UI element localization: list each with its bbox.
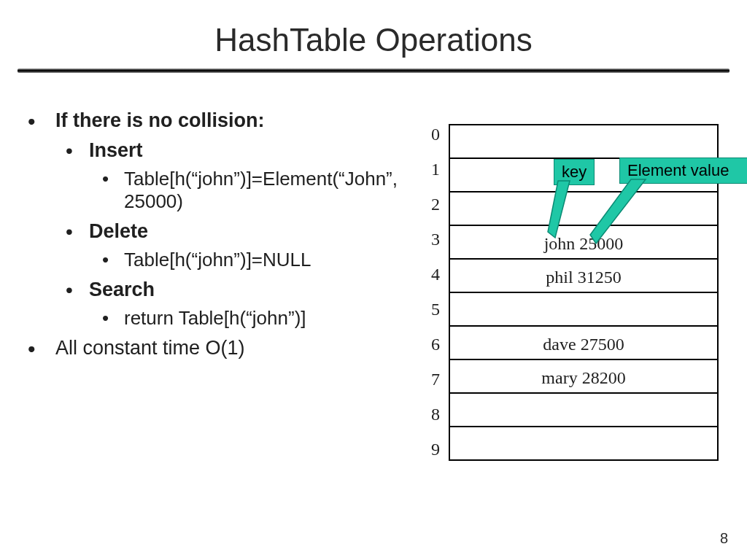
bullet-insert-code: Table[h(“john”)]=Element(“John”, 25000) — [89, 168, 409, 213]
bullet-search: Search return Table[h(“john”)] — [55, 279, 409, 330]
bullet-constant-time: All constant time O(1) — [22, 337, 409, 359]
table-row — [450, 293, 717, 327]
bullet-no-collision: If there is no collision: Insert Table[h… — [22, 109, 409, 330]
index-label: 8 — [422, 397, 444, 432]
table-row — [450, 427, 717, 461]
bullet-content: If there is no collision: Insert Table[h… — [22, 102, 409, 359]
bullet-insert: Insert Table[h(“john”)]=Element(“John”, … — [55, 139, 409, 213]
table-row — [450, 394, 717, 427]
bullet-delete-code: Table[h(“john”)]=NULL — [89, 249, 409, 271]
index-label: 9 — [422, 432, 444, 467]
index-label: 1 — [422, 152, 444, 187]
slide-title: HashTable Operations — [0, 0, 747, 69]
callout-key-arrow-icon — [548, 181, 592, 246]
index-label: 3 — [422, 222, 444, 257]
index-label: 7 — [422, 362, 444, 397]
bullet-search-code: return Table[h(“john”)] — [89, 307, 409, 330]
index-column: 0 1 2 3 4 5 6 7 8 9 — [422, 117, 444, 467]
table-row: dave 27500 — [450, 327, 717, 360]
callout-value: Element value — [619, 158, 747, 184]
svg-marker-0 — [548, 181, 570, 238]
svg-marker-1 — [590, 179, 646, 244]
index-label: 2 — [422, 187, 444, 222]
hash-table-diagram: 0 1 2 3 4 5 6 7 8 9 john 25000 phil 3125… — [422, 117, 747, 496]
table-row: phil 31250 — [450, 260, 717, 293]
callout-value-arrow-icon — [590, 179, 678, 252]
page-number: 8 — [720, 530, 728, 547]
title-underline — [18, 69, 729, 73]
index-label: 6 — [422, 327, 444, 362]
index-label: 5 — [422, 292, 444, 327]
index-label: 0 — [422, 117, 444, 152]
table-row: mary 28200 — [450, 360, 717, 394]
index-label: 4 — [422, 257, 444, 292]
bullet-delete: Delete Table[h(“john”)]=NULL — [55, 220, 409, 271]
callout-key: key — [554, 159, 595, 185]
table-row — [450, 125, 717, 159]
